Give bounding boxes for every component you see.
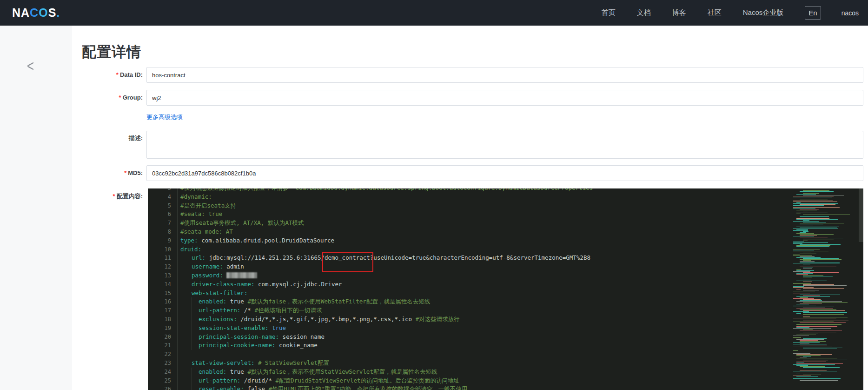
left-sidebar: < — [0, 26, 72, 390]
code-line-19: 19session-stat-enable: true — [148, 324, 863, 333]
indent-guide — [192, 385, 192, 390]
code-token: #dynamic: — [180, 193, 212, 200]
indent-guide — [177, 297, 178, 306]
line-number: 23 — [148, 359, 171, 368]
top-navbar: NACOS. 首页文档博客社区Nacos企业版 En nacos — [0, 0, 868, 26]
highlighted-database-name: demo_contract — [325, 254, 370, 261]
indent-guide — [177, 341, 178, 350]
config-content-label: *配置内容: — [72, 192, 143, 201]
code-token: exclusions: — [199, 316, 237, 323]
code-line-12: 12username: admin — [148, 262, 863, 271]
code-token: reset-enable: — [199, 385, 244, 390]
username-menu[interactable]: nacos — [841, 9, 859, 17]
config-detail-page: 配置详情 *Data ID: *Group: 更多高级选项 描述: *MD5: … — [72, 26, 868, 390]
code-token: jdbc:mysql://114.251.235.6:31665/ — [205, 254, 325, 261]
line-number: 6 — [148, 210, 171, 219]
line-number: 17 — [148, 306, 171, 315]
code-token: /druid/* — [240, 377, 275, 384]
indent-guide — [177, 359, 178, 368]
collapse-back-icon[interactable]: < — [27, 57, 34, 75]
indent-guide — [192, 368, 192, 377]
nav-item-1[interactable]: 文档 — [637, 8, 651, 17]
code-line-4: 4#dynamic: — [148, 193, 863, 202]
indent-guide — [192, 315, 192, 324]
code-line-6: 6#seata: true — [148, 210, 863, 219]
line-number: 20 — [148, 333, 171, 342]
code-token: /druid/*,*.js,*.gif,*.jpg,*.bmp,*.png,*.… — [237, 316, 416, 323]
code-line-15: 15web-stat-filter: — [148, 289, 863, 298]
indent-guide — [177, 262, 178, 271]
indent-guide — [177, 236, 178, 245]
code-token: admin — [223, 263, 244, 270]
code-token: url-pattern: — [199, 307, 240, 314]
line-number: 26 — [148, 385, 171, 390]
line-number: 7 — [148, 219, 171, 228]
indent-guide — [177, 202, 178, 210]
more-advanced-options-link[interactable]: 更多高级选项 — [146, 113, 183, 121]
group-input[interactable] — [146, 90, 863, 106]
code-token: #仅为动态数据源指定时加入配置，详情参 'com.baomidou.dynami… — [180, 188, 596, 191]
indent-guide — [177, 188, 178, 193]
indent-guide — [177, 333, 178, 342]
code-token: #对这些请求放行 — [416, 316, 460, 323]
code-line-8: 8#seata-mode: AT — [148, 228, 863, 236]
code-token: stat-view-servlet: — [192, 359, 254, 366]
indent-guide — [177, 306, 178, 315]
code-line-25: 25url-pattern: /druid/* #配置DruidStatView… — [148, 377, 863, 385]
code-token: web-stat-filter: — [192, 289, 247, 296]
indent-guide — [192, 333, 192, 342]
indent-guide — [177, 324, 178, 333]
indent-guide — [177, 271, 178, 280]
line-number: 12 — [148, 262, 171, 271]
code-token: enabled: — [199, 298, 226, 305]
indent-guide — [177, 289, 178, 298]
indent-guide — [192, 297, 192, 306]
code-token: true — [226, 298, 247, 305]
line-number: 24 — [148, 368, 171, 377]
code-lines: 3#仅为动态数据源指定时加入配置，详情参 'com.baomidou.dynam… — [148, 188, 863, 390]
code-token: ?useUnicode=true&characterEncoding=utf-8… — [370, 254, 590, 261]
nav-item-0[interactable]: 首页 — [602, 8, 616, 17]
line-number: 25 — [148, 377, 171, 385]
nav-item-3[interactable]: 社区 — [708, 8, 722, 17]
indent-guide — [177, 377, 178, 385]
line-number: 22 — [148, 350, 171, 359]
indent-guide — [177, 210, 178, 219]
line-number: 21 — [148, 341, 171, 350]
code-token: url: — [192, 254, 205, 261]
data-id-input[interactable] — [146, 67, 863, 83]
code-line-20: 20principal-session-name: session_name — [148, 333, 863, 342]
editor-scrollbar[interactable] — [859, 188, 863, 242]
code-token: #禁用HTML页面上的"重置"功能，会把所有监控的数据全部清空，一般不使用 — [269, 385, 468, 390]
nacos-logo[interactable]: NACOS. — [12, 6, 60, 20]
page-title: 配置详情 — [82, 42, 141, 62]
indent-guide — [177, 254, 178, 262]
code-line-10: 10druid: — [148, 245, 863, 254]
code-line-18: 18exclusions: /druid/*,*.js,*.gif,*.jpg,… — [148, 315, 863, 324]
code-token: true — [269, 324, 286, 331]
config-content-code-editor[interactable]: 3#仅为动态数据源指定时加入配置，详情参 'com.baomidou.dynam… — [148, 188, 863, 390]
code-line-16: 16enabled: true #默认为false，表示不使用WebStatFi… — [148, 297, 863, 306]
editor-minimap[interactable] — [793, 190, 855, 388]
code-token: druid: — [180, 246, 201, 253]
code-token: false — [244, 385, 269, 390]
code-line-11: 11url: jdbc:mysql://114.251.235.6:31665/… — [148, 254, 863, 262]
nav-item-4[interactable]: Nacos企业版 — [743, 8, 784, 17]
indent-guide — [177, 219, 178, 228]
code-token: #默认为false，表示不使用StatViewServlet配置，就是属性名去短… — [247, 368, 437, 375]
language-toggle-button[interactable]: En — [805, 6, 821, 20]
line-number: 8 — [148, 228, 171, 236]
description-textarea[interactable] — [146, 131, 863, 159]
code-line-26: 26reset-enable: false #禁用HTML页面上的"重置"功能，… — [148, 385, 863, 390]
nav-item-2[interactable]: 博客 — [672, 8, 686, 17]
indent-guide — [192, 306, 192, 315]
code-line-17: 17url-pattern: /* #拦截该项目下的一切请求 — [148, 306, 863, 315]
code-token: session_name — [279, 333, 325, 340]
code-token: session-stat-enable: — [199, 324, 269, 331]
description-label: 描述: — [72, 134, 143, 142]
indent-guide — [177, 280, 178, 289]
navbar-links: 首页文档博客社区Nacos企业版 En nacos — [602, 6, 859, 20]
md5-label: *MD5: — [72, 169, 143, 176]
md5-input[interactable] — [146, 165, 863, 181]
line-number: 13 — [148, 271, 171, 280]
